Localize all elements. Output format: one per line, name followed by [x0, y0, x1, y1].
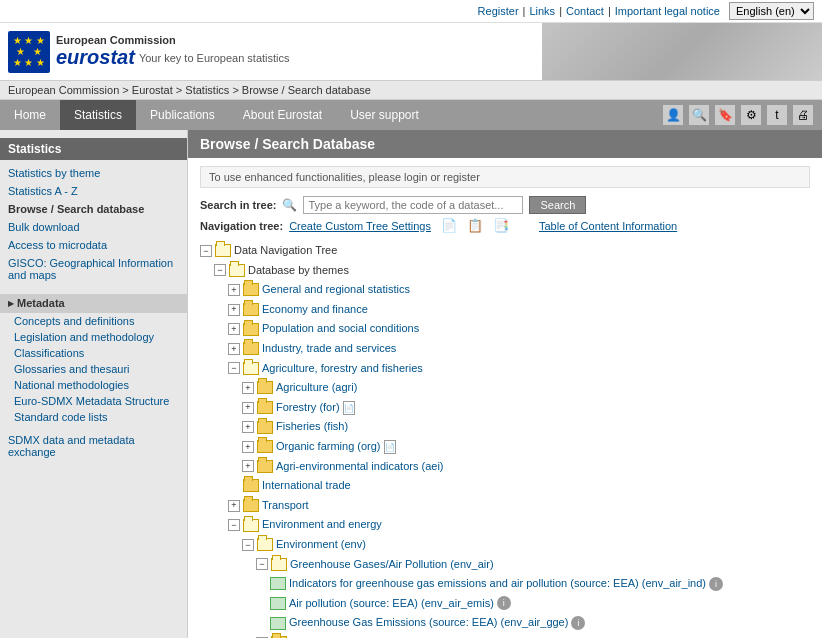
toggle-1[interactable]: +: [228, 284, 240, 296]
node-label-8[interactable]: Fisheries (fish): [276, 418, 348, 436]
list-item[interactable]: + Organic farming (org) 📄: [242, 437, 810, 457]
toggle-15[interactable]: −: [256, 558, 268, 570]
db-themes-node[interactable]: − Database by themes: [214, 261, 810, 281]
sidebar-item-microdata[interactable]: Access to microdata: [0, 236, 187, 254]
toggle-9[interactable]: +: [242, 441, 254, 453]
leaf-label-2[interactable]: Air pollution (source: EEA) (env_air_emi…: [289, 595, 494, 613]
list-item[interactable]: Air pollution (source: EEA) (env_air_emi…: [270, 594, 810, 614]
list-item[interactable]: + Agriculture (agri): [242, 378, 810, 398]
node-label-7[interactable]: Forestry (for): [276, 399, 340, 417]
table-of-content-link[interactable]: Table of Content Information: [539, 220, 677, 232]
contact-link[interactable]: Contact: [566, 5, 604, 17]
sidebar-sdmx-exchange[interactable]: SDMX data and metadata exchange: [0, 431, 187, 461]
bookmark-icon[interactable]: 🔖: [714, 104, 736, 126]
sidebar-item-by-theme[interactable]: Statistics by theme: [0, 164, 187, 182]
login-info-text: To use enhanced functionalities, please …: [200, 166, 810, 188]
language-selector[interactable]: English (en): [729, 2, 814, 20]
toggle-2[interactable]: +: [228, 304, 240, 316]
search-button[interactable]: Search: [529, 196, 586, 214]
toggle-3[interactable]: +: [228, 323, 240, 335]
register-link[interactable]: Register: [478, 5, 519, 17]
toggle-13[interactable]: −: [228, 519, 240, 531]
header: ★ ★ ★★ ★★ ★ ★ European Commission eurost…: [0, 23, 822, 81]
list-item[interactable]: + Industry, trade and services: [228, 339, 810, 359]
header-bg-image: [542, 23, 822, 81]
node-label-4[interactable]: Industry, trade and services: [262, 340, 396, 358]
tree-icon-2: 📋: [467, 218, 483, 233]
sidebar-sdmx-metadata[interactable]: Euro-SDMX Metadata Structure: [0, 393, 187, 409]
sidebar-item-a-z[interactable]: Statistics A - Z: [0, 182, 187, 200]
nav-about[interactable]: About Eurostat: [229, 100, 336, 130]
list-item[interactable]: + Economy and finance: [228, 300, 810, 320]
node-label-1[interactable]: General and regional statistics: [262, 281, 410, 299]
list-item[interactable]: − Greenhouse Gases/Air Pollution (env_ai…: [256, 555, 810, 575]
node-label-13[interactable]: Environment and energy: [262, 516, 382, 534]
sidebar-legislation[interactable]: Legislation and methodology: [0, 329, 187, 345]
toggle-14[interactable]: −: [242, 539, 254, 551]
list-item[interactable]: Greenhouse Gas Emissions (source: EEA) (…: [270, 613, 810, 633]
list-item[interactable]: + Population and social conditions: [228, 319, 810, 339]
db-themes-toggle[interactable]: −: [214, 264, 226, 276]
sidebar-concepts[interactable]: Concepts and definitions: [0, 313, 187, 329]
tree-root[interactable]: − Data Navigation Tree: [200, 241, 810, 261]
social-icon[interactable]: t: [766, 104, 788, 126]
node-label-12[interactable]: Transport: [262, 497, 309, 515]
nav-home[interactable]: Home: [0, 100, 60, 130]
leaf-icon-3: [270, 617, 286, 630]
info-icon-1[interactable]: i: [709, 577, 723, 591]
list-item[interactable]: Indicators for greenhouse gas emissions …: [270, 574, 810, 594]
toggle-12[interactable]: +: [228, 500, 240, 512]
list-item[interactable]: + Forestry (for) 📄: [242, 398, 810, 418]
node-label-10[interactable]: Agri-environmental indicators (aei): [276, 458, 444, 476]
list-item[interactable]: + Fisheries (fish): [242, 417, 810, 437]
settings-icon[interactable]: ⚙: [740, 104, 762, 126]
links-link[interactable]: Links: [529, 5, 555, 17]
print-icon[interactable]: 🖨: [792, 104, 814, 126]
list-item[interactable]: + General and regional statistics: [228, 280, 810, 300]
list-item[interactable]: + Transport: [228, 496, 810, 516]
toggle-5[interactable]: −: [228, 362, 240, 374]
person-icon[interactable]: 👤: [662, 104, 684, 126]
list-item[interactable]: International trade: [228, 476, 810, 496]
sidebar-glossaries[interactable]: Glossaries and thesauri: [0, 361, 187, 377]
nav-statistics[interactable]: Statistics: [60, 100, 136, 130]
toggle-10[interactable]: +: [242, 460, 254, 472]
search-input[interactable]: [303, 196, 523, 214]
nav-publications[interactable]: Publications: [136, 100, 229, 130]
node-label-2[interactable]: Economy and finance: [262, 301, 368, 319]
list-item[interactable]: + Agri-environmental indicators (aei): [242, 457, 810, 477]
list-item[interactable]: − Environment (env): [242, 535, 810, 555]
leaf-label-3[interactable]: Greenhouse Gas Emissions (source: EEA) (…: [289, 614, 568, 632]
list-item[interactable]: − Agriculture, forestry and fisheries: [228, 359, 810, 379]
folder-icon-5: [243, 362, 259, 375]
toggle-6[interactable]: +: [242, 382, 254, 394]
search-nav-icon[interactable]: 🔍: [688, 104, 710, 126]
info-icon-2[interactable]: i: [497, 596, 511, 610]
sidebar-item-gisco[interactable]: GISCO: Geographical Information and maps: [0, 254, 187, 284]
list-item[interactable]: + Waste statistics (env_was): [256, 633, 810, 638]
node-label-3[interactable]: Population and social conditions: [262, 320, 419, 338]
nav-support[interactable]: User support: [336, 100, 433, 130]
node-label-16[interactable]: Waste statistics (env_was): [290, 634, 420, 638]
legal-notice-link[interactable]: Important legal notice: [615, 5, 720, 17]
node-label-11[interactable]: International trade: [262, 477, 351, 495]
create-custom-tree-link[interactable]: Create Custom Tree Settings: [289, 220, 431, 232]
node-label-14[interactable]: Environment (env): [276, 536, 366, 554]
info-icon-3[interactable]: i: [571, 616, 585, 630]
sidebar-item-bulk[interactable]: Bulk download: [0, 218, 187, 236]
toggle-7[interactable]: +: [242, 402, 254, 414]
toggle-4[interactable]: +: [228, 343, 240, 355]
node-label-6[interactable]: Agriculture (agri): [276, 379, 357, 397]
node-label-9[interactable]: Organic farming (org): [276, 438, 381, 456]
root-toggle[interactable]: −: [200, 245, 212, 257]
sidebar-national[interactable]: National methodologies: [0, 377, 187, 393]
list-item[interactable]: − Environment and energy: [228, 515, 810, 535]
leaf-label-1[interactable]: Indicators for greenhouse gas emissions …: [289, 575, 706, 593]
db-themes-label: Database by themes: [248, 262, 349, 280]
toggle-8[interactable]: +: [242, 421, 254, 433]
node-label-15[interactable]: Greenhouse Gases/Air Pollution (env_air): [290, 556, 494, 574]
sidebar-standard-codes[interactable]: Standard code lists: [0, 409, 187, 425]
sidebar-item-browse[interactable]: Browse / Search database: [0, 200, 187, 218]
node-label-5[interactable]: Agriculture, forestry and fisheries: [262, 360, 423, 378]
sidebar-classifications[interactable]: Classifications: [0, 345, 187, 361]
